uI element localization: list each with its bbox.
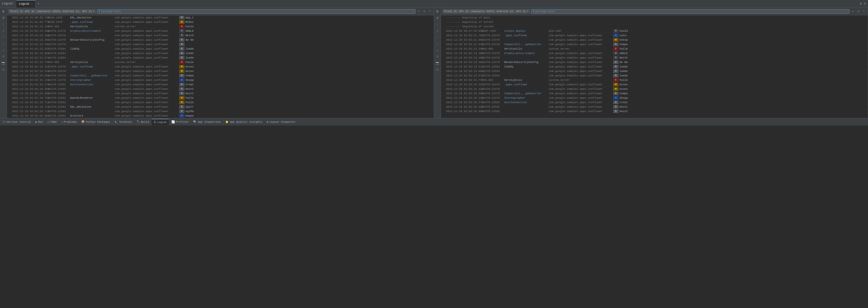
table-row[interactable]: 2022-12-29 02:02:23.621 22470-22584 libE… [441,64,868,69]
left-panel-split-btn[interactable]: ⊟ [422,9,427,14]
import-icon[interactable]: ⬆ [0,28,6,34]
right-wrap-icon[interactable]: ↩ [434,47,440,53]
log-level-badge: W [179,65,185,68]
right-video-icon[interactable]: 🎥 [434,66,440,73]
left-log-content[interactable]: 2022-12-29 01:00:55.790 1639-1855 EGL_em… [7,16,434,118]
table-row[interactable]: 2022-12-29 02:02:23.673 22470-22584 com.… [7,56,434,60]
clear-icon[interactable]: 🗑 [0,8,6,15]
bottom-tool-app-quality[interactable]: ⭐App Quality Insights [223,119,264,125]
down-icon[interactable]: ↓ [0,41,6,47]
table-row[interactable]: 2022-12-29 01:01:04.770 1639-1675 .apps.… [7,20,434,24]
right-device-selector[interactable]: Pixel XL API 31 (emulator-5554) Android … [442,9,530,13]
pause-icon[interactable]: ⏸ [0,15,6,21]
table-row[interactable]: 2022-12-29 02:02:24.328 22470-22470 com.… [7,69,434,74]
table-row[interactable]: 2022-12-29 02:02:23.621 22470-22584 libE… [7,47,434,51]
table-row[interactable]: 2022-12-29 02:02:23.400 22470-22470 Grap… [441,51,868,56]
table-row[interactable]: 2022-12-29 02:02:23.664 22470-22584 com.… [7,51,434,56]
table-row[interactable]: 2022-12-29 02:02:26.715 22470-22582 com.… [7,109,434,114]
table-row[interactable]: 2022-12-29 02:02:24.327 22470-22470 .app… [7,64,434,69]
table-row[interactable]: 2022-12-29 02:02:23.199 546-603 VerityUt… [7,24,434,29]
left-panel-close-btn[interactable]: ✕ [416,9,422,14]
bottom-tool-problems[interactable]: ⚠Problems [59,119,79,125]
table-row[interactable]: 2022-12-29 02:02:26.155 22470-22470 Chor… [7,78,434,82]
table-row[interactable]: 2022-12-29 02:02:23.402 22470-22470 com.… [7,42,434,47]
table-row[interactable]: 2022-12-29 02:02:23.743 546-603 VerityUt… [7,60,434,64]
left-device-selector[interactable]: Pixel XL API 31 (emulator-5554) Android … [8,9,96,13]
table-row[interactable]: 2022-12-29 02:02:26.579 22470-22582 Host… [7,82,434,87]
bottom-tool-version-control[interactable]: ⬡Version Control [1,119,33,125]
right-import-icon[interactable]: ⬆ [434,28,440,34]
table-row[interactable]: 2022-12-29 02:02:23.402 22470-22470 Netw… [441,60,868,64]
table-row[interactable]: 2022-12-29 02:02:23.400 22470-22470 com.… [441,56,868,60]
log-package: com.google.samples.apps.sunflower [549,65,613,68]
table-row[interactable]: 2022-12-29 02:02:23.743 546-603 VerityUt… [441,78,868,82]
table-row[interactable]: --------- beginning of main [441,16,868,20]
table-row[interactable]: 2022-12-29 02:02:26.579 22470-22582 Host… [441,100,868,105]
scroll-end-icon[interactable]: ↓ [0,21,6,27]
video-icon[interactable]: 🎥 [0,66,6,73]
right-panel-help-btn[interactable]: ? [861,9,866,14]
table-row[interactable]: 2022-12-29 02:02:26.803 22470-22582 Gral… [7,114,434,118]
bottom-tool-run[interactable]: ▶Run [33,119,45,125]
bottom-tool-logcat[interactable]: ☰Logcat [152,119,169,125]
table-row[interactable]: 2022-12-29 02:02:24.327 22470-22470 .app… [441,82,868,87]
right-pause-icon[interactable]: ⏸ [434,15,440,21]
table-row[interactable]: 2022-12-29 02:02:23.199 546-603 VerityUt… [441,47,868,51]
table-row[interactable]: 2022-12-29 02:02:26.584 22470-22582 com.… [7,87,434,91]
table-row[interactable]: 2022-12-29 02:02:26.155 22470-22470 Chor… [441,96,868,100]
table-row[interactable]: 2022-12-29 02:02:21.763 22470-22470 .app… [441,33,868,38]
wrap-icon[interactable]: ↩ [0,47,6,53]
log-message: Reduc [186,21,433,24]
log-message: app_t [186,16,433,19]
table-row[interactable]: 2022-12-29 02:02:26.709 22470-22582 Open… [7,96,434,100]
table-row[interactable]: 2022-12-29 02:02:25.690 22470-22470 Comp… [441,91,868,96]
up-icon[interactable]: ↑ [0,34,6,40]
screenshot-icon[interactable]: 📷 [0,60,6,66]
filter-icon[interactable]: ≡ [0,54,6,59]
tab-add-button[interactable]: + [35,2,41,6]
right-clear-icon[interactable]: 🗑 [434,8,440,15]
table-row[interactable]: 2022-12-29 02:02:23.400 22470-22470 Grap… [7,29,434,33]
table-row[interactable]: 2022-12-29 02:02:26.711 22470-22582 com.… [7,100,434,105]
table-row[interactable]: 2022-12-29 02:02:21.963 22470-22470 com.… [441,38,868,42]
bottom-tool-layout-inspector[interactable]: ⊞Layout Inspector [265,119,298,125]
table-row[interactable]: --------- beginning of system [441,24,868,29]
left-filter-bar[interactable]: ▼ package:mine [97,9,415,13]
right-log-content[interactable]: --------- beginning of main --------- be… [441,16,868,118]
table-row[interactable]: 2022-12-29 02:02:23.673 22470-22584 com.… [441,74,868,78]
log-pid: 22470-22470 [48,34,70,37]
bottom-tool-profiler[interactable]: 📈Profiler [169,119,191,125]
tab-close-icon[interactable]: ✕ [31,2,33,5]
settings-icon[interactable]: ⚙ ⊟ [860,1,866,6]
right-panel-split-btn[interactable]: ⊟ [856,9,861,14]
table-row[interactable]: 2022-12-29 02:02:26.584 22470-22582 com.… [441,105,868,109]
bottom-tool-python-packages[interactable]: 📦Python Packages [79,119,112,125]
right-filter-icon[interactable]: ≡ [434,54,440,59]
table-row[interactable]: 2022-12-29 02:02:23.400 22470-22470 com.… [7,33,434,38]
table-row[interactable]: 2022-12-29 02:02:23.402 22470-22470 Netw… [7,38,434,42]
table-row[interactable]: 2022-12-29 02:02:26.713 22470-22582 EGL_… [7,105,434,109]
left-panel-help-btn[interactable]: ? [427,9,432,14]
table-row[interactable]: 2022-12-28 09:27:44.890 1507-1507 studio… [441,29,868,33]
tab-logcat[interactable]: Logcat ✕ [17,0,35,7]
right-down-icon[interactable]: ↓ [434,41,440,47]
bottom-tool-build[interactable]: 🔨Build [134,119,151,125]
bottom-tool-todo[interactable]: ☑TODO [45,119,58,125]
bottom-tool-terminal[interactable]: $_Terminal [113,119,134,125]
table-row[interactable]: --------- beginning of kernel [441,20,868,24]
table-row[interactable]: 2022-12-29 02:02:22.545 22470-22470 Comp… [441,42,868,47]
table-row[interactable]: 2022-12-29 02:02:26.699 22470-22582 com.… [441,109,868,114]
table-row[interactable]: 2022-12-29 02:02:26.699 22470-22582 com.… [7,91,434,96]
table-row[interactable]: 2022-12-29 01:00:55.790 1639-1855 EGL_em… [7,16,434,20]
bottom-tool-app-inspection[interactable]: 🔍App Inspection [191,119,222,125]
right-up-icon[interactable]: ↑ [434,34,440,40]
right-screenshot-icon[interactable]: 📷 [434,60,440,66]
right-scroll-end-icon[interactable]: ↓ [434,21,440,27]
table-row[interactable]: 2022-12-29 02:02:24.328 22470-22470 com.… [441,87,868,91]
log-package: system_server [115,61,179,64]
right-filter-bar[interactable]: ▼ package:mine [531,9,849,13]
table-row[interactable]: 2022-12-29 02:02:25.690 22470-22470 Comp… [7,74,434,78]
log-timestamp: 2022-12-29 02:02:22.545 [446,43,482,46]
right-panel-close-btn[interactable]: ✕ [850,9,856,14]
table-row[interactable]: 2022-12-29 02:02:23.664 22470-22584 com.… [441,69,868,74]
